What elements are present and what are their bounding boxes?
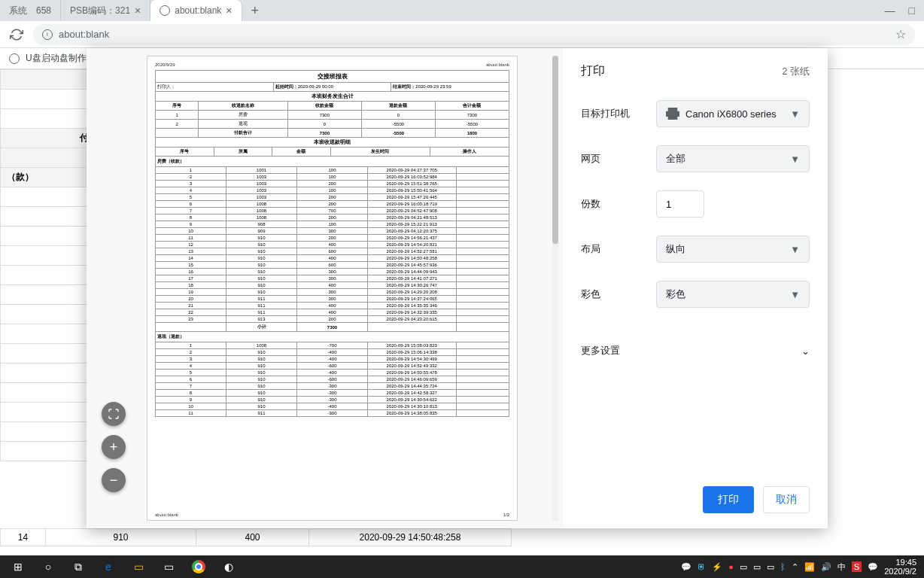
chevron-down-icon: ▼ [790, 244, 800, 255]
tray-msg-icon[interactable]: 💬 [868, 562, 878, 572]
layout-label: 布局 [581, 242, 656, 256]
preview-page-num: 1/2 [503, 513, 509, 517]
language-indicator[interactable]: 中 [837, 561, 846, 573]
reload-icon[interactable] [9, 27, 24, 42]
chevron-down-icon: ⌄ [801, 345, 810, 357]
start-button[interactable]: ⊞ [5, 556, 32, 577]
zoom-out-button[interactable]: − [102, 468, 126, 492]
color-label: 彩色 [581, 287, 656, 301]
print-button[interactable]: 打印 [703, 486, 754, 513]
chevron-down-icon: ▼ [790, 108, 800, 120]
explorer-icon[interactable]: ▭ [125, 556, 152, 577]
income-subsection: 房费（收款） [155, 157, 509, 167]
zoom-in-button[interactable]: + [102, 435, 126, 459]
tray-shield-icon[interactable]: ⛨ [698, 562, 706, 571]
info-icon[interactable]: i [42, 29, 53, 40]
copies-input[interactable] [656, 190, 704, 218]
tab-label: PSB编码：321 [70, 5, 130, 17]
end-time: 结束时间：2020-09-29 23:59 [391, 83, 509, 91]
finance-section: 本班财务发生合计 [155, 92, 509, 102]
more-settings-toggle[interactable]: 更多设置 ⌄ [581, 335, 810, 367]
new-tab-button[interactable]: + [242, 3, 269, 19]
layout-value: 纵向 [666, 242, 685, 256]
tray-app2-icon[interactable]: ▭ [753, 562, 761, 572]
tray-network-icon[interactable]: 📶 [804, 562, 815, 572]
chevron-down-icon: ▼ [790, 289, 800, 300]
app-icon[interactable]: ◐ [215, 556, 242, 577]
fit-page-button[interactable] [102, 402, 126, 426]
destination-value: Canon iX6800 series [685, 108, 777, 120]
url-text: about:blank [59, 29, 109, 40]
tray-app3-icon[interactable]: ▭ [767, 562, 774, 572]
more-settings-label: 更多设置 [581, 344, 620, 357]
income-table: 110011002020-09-29 04:27:37:705210031002… [155, 167, 509, 323]
minimize-icon[interactable]: — [885, 5, 895, 17]
browser-tab-2[interactable]: about:blank× [150, 0, 242, 21]
preview-footer-url: about:blank [155, 513, 178, 517]
background-table-lower: 14 910 400 2020-09-29 14:50:48:258 [0, 528, 512, 546]
store-icon[interactable]: ▭ [155, 556, 182, 577]
taskbar-clock[interactable]: 19:45 2020/9/2 [884, 558, 919, 576]
browser-tab-1[interactable]: PSB编码：321× [61, 0, 150, 21]
browser-tab-strip: 系统 658 PSB编码：321× about:blank× + — □ [0, 0, 924, 21]
preview-scrollbar[interactable] [552, 56, 558, 521]
bookmark-item[interactable]: U盘启动盘制作 [26, 52, 87, 65]
color-select[interactable]: 彩色 ▼ [656, 281, 810, 308]
detail-section: 本班收退款明细 [155, 138, 509, 148]
tray-app-icon[interactable]: ▭ [740, 562, 747, 572]
sheet-count: 2 张纸 [782, 65, 810, 78]
tray-bluetooth-icon[interactable]: ᛒ [780, 562, 786, 571]
chevron-down-icon: ▼ [790, 154, 800, 165]
chrome-icon[interactable] [185, 556, 212, 577]
color-value: 彩色 [666, 287, 685, 301]
finance-table: 序号收退款名称收款金额退款金额合计金额 1房费7300073002退现0-550… [155, 102, 509, 138]
destination-select[interactable]: Canon iX6800 series ▼ [656, 100, 810, 127]
refund-subsection: 退现（退款） [155, 332, 509, 342]
pages-label: 网页 [581, 152, 656, 166]
tray-power-icon[interactable]: ⚡ [712, 562, 722, 572]
windows-taskbar: ⊞ ○ ⧉ e ▭ ▭ ◐ 💬 ⛨ ⚡ ● ▭ ▭ ▭ ᛒ ⌃ 📶 🔊 中 S … [0, 555, 924, 578]
preview-page: 2020/9/29about:blank 交接班报表 打印人： 起始时间：202… [147, 56, 518, 521]
report-title: 交接班报表 [155, 70, 509, 83]
refund-table: 11008-7002020-09-29 15:58:03:8232910-400… [155, 342, 509, 417]
layout-select[interactable]: 纵向 ▼ [656, 236, 810, 263]
print-title: 打印 [581, 63, 605, 79]
tab-label: about:blank [175, 5, 221, 16]
destination-label: 目标打印机 [581, 107, 656, 120]
maximize-icon[interactable]: □ [909, 5, 915, 17]
pages-select[interactable]: 全部 ▼ [656, 145, 810, 172]
printer-icon [666, 108, 679, 120]
url-input[interactable]: i about:blank ☆ [33, 24, 915, 45]
tray-wechat-icon[interactable]: 💬 [681, 562, 691, 572]
close-icon[interactable]: × [135, 5, 141, 17]
subtotal-label: 小计 [226, 323, 297, 332]
address-bar: i about:blank ☆ [0, 21, 924, 48]
tray-volume-icon[interactable]: 🔊 [821, 562, 831, 572]
copies-label: 份数 [581, 197, 656, 211]
start-time: 起始时间：2020-09-29 00:00 [274, 83, 392, 91]
preview-url: about:blank [486, 62, 509, 67]
task-view-icon[interactable]: ⧉ [65, 556, 92, 577]
print-dialog: + − 2020/9/29about:blank 交接班报表 打印人： 起始时间… [87, 48, 828, 528]
bookmark-favicon [9, 53, 20, 64]
bookmark-star-icon[interactable]: ☆ [895, 27, 906, 41]
detail-table: 序号所属金额发生时间操作人 [155, 148, 509, 157]
tab-label: 系统 658 [9, 5, 51, 17]
tray-up-icon[interactable]: ⌃ [792, 562, 798, 572]
subtotal-value: 7300 [297, 323, 368, 332]
globe-icon [160, 5, 170, 16]
edge-icon[interactable]: e [95, 556, 122, 577]
close-icon[interactable]: × [226, 5, 232, 17]
cortana-icon[interactable]: ○ [35, 556, 62, 577]
cancel-button[interactable]: 取消 [763, 486, 810, 513]
print-preview-frame: + − 2020/9/29about:blank 交接班报表 打印人： 起始时间… [87, 48, 563, 528]
print-settings-panel: 打印 2 张纸 目标打印机 Canon iX6800 series ▼ 网页 全… [563, 48, 828, 528]
pages-value: 全部 [666, 152, 685, 166]
tray-ime-icon[interactable]: S [852, 561, 862, 572]
printer-label: 打印人： [156, 83, 274, 91]
browser-tab-0[interactable]: 系统 658 [0, 0, 61, 21]
tray-record-icon[interactable]: ● [728, 562, 734, 571]
preview-date: 2020/9/29 [155, 62, 175, 67]
